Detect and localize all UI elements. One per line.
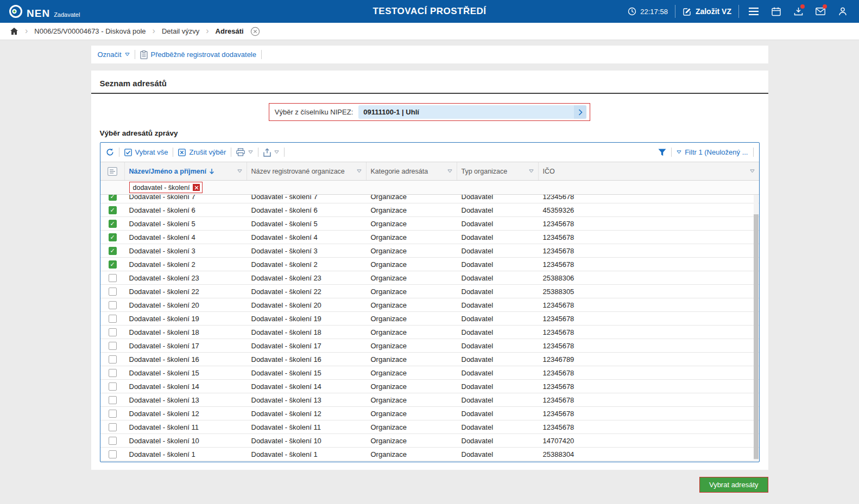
row-checkbox[interactable] xyxy=(109,301,117,309)
cell-org-type: Dodavatel xyxy=(457,396,539,404)
row-checkbox[interactable] xyxy=(109,342,117,350)
toolbar-separator xyxy=(671,148,672,157)
print-button[interactable] xyxy=(236,148,253,156)
cell-ico: 25388305 xyxy=(539,288,759,296)
table-row[interactable]: Dodavatel - školení 15 Dodavatel - škole… xyxy=(100,366,759,380)
row-checkbox[interactable] xyxy=(109,396,117,404)
table-row[interactable]: Dodavatel - školení 7 Dodavatel - školen… xyxy=(100,195,759,203)
table-row[interactable]: Dodavatel - školení 20 Dodavatel - škole… xyxy=(100,298,759,312)
column-filter-button[interactable] xyxy=(529,169,534,173)
column-filter-button[interactable] xyxy=(357,169,362,173)
table-row[interactable]: Dodavatel - školení 17 Dodavatel - škole… xyxy=(100,339,759,353)
column-filter-button[interactable] xyxy=(237,169,242,173)
table-row[interactable]: Dodavatel - školení 3 Dodavatel - školen… xyxy=(100,244,759,258)
breadcrumb-item-contract[interactable]: N006/25/V00004673 - Disková pole xyxy=(34,27,146,35)
nipez-open-button[interactable] xyxy=(574,105,586,119)
cell-ico: 12345678 xyxy=(539,423,759,431)
refresh-button[interactable] xyxy=(106,148,114,156)
column-header-name[interactable]: Název/Jméno a příjmení xyxy=(125,162,247,180)
table-row[interactable]: Dodavatel - školení 11 Dodavatel - škole… xyxy=(100,420,759,434)
vertical-scrollbar[interactable] xyxy=(754,195,759,461)
table-row[interactable]: Dodavatel - školení 4 Dodavatel - školen… xyxy=(100,231,759,244)
messages-button[interactable] xyxy=(813,4,828,19)
row-checkbox[interactable] xyxy=(109,355,117,363)
mark-menu-button[interactable]: Označit xyxy=(98,50,130,59)
filter-menu-button[interactable]: Filtr 1 (Neuložený ... xyxy=(677,148,748,156)
column-label: Název registrované organizace xyxy=(251,168,345,175)
row-checkbox[interactable] xyxy=(109,206,117,214)
row-checkbox[interactable] xyxy=(109,410,117,418)
home-button[interactable] xyxy=(10,27,18,35)
row-checkbox[interactable] xyxy=(109,247,117,255)
breadcrumb-item-adresati[interactable]: Adresáti xyxy=(216,27,244,35)
export-icon xyxy=(263,148,271,157)
calendar-button[interactable] xyxy=(768,4,784,19)
table-row[interactable]: Dodavatel - školení 16 Dodavatel - škole… xyxy=(100,353,759,366)
column-header-ico[interactable]: IČO xyxy=(539,162,759,180)
downloads-button[interactable] xyxy=(791,4,806,19)
table-row[interactable]: Dodavatel - školení 2 Dodavatel - školen… xyxy=(100,258,759,271)
table-row[interactable]: Dodavatel - školení 18 Dodavatel - škole… xyxy=(100,326,759,339)
table-row[interactable]: Dodavatel - školení 14 Dodavatel - škole… xyxy=(100,380,759,393)
row-checkbox[interactable] xyxy=(109,423,117,431)
remove-filter-button[interactable] xyxy=(193,184,200,191)
chevron-right-icon xyxy=(578,109,583,116)
cell-name: Dodavatel - školení 12 xyxy=(125,410,247,418)
person-icon xyxy=(838,7,847,16)
close-tab-button[interactable] xyxy=(250,27,260,36)
cell-name: Dodavatel - školení 15 xyxy=(125,369,247,377)
table-row[interactable]: Dodavatel - školení 1 Dodavatel - školen… xyxy=(100,448,759,461)
toolbar-separator xyxy=(231,148,231,157)
table-row[interactable]: Dodavatel - školení 13 Dodavatel - škole… xyxy=(100,393,759,407)
name-filter-input[interactable]: dodavatel - školení xyxy=(129,182,203,193)
column-filter-button[interactable] xyxy=(447,169,452,173)
table-row[interactable]: Dodavatel - školení 5 Dodavatel - školen… xyxy=(100,217,759,231)
mark-label: Označit xyxy=(98,50,122,59)
menu-button[interactable] xyxy=(746,4,761,19)
cell-ico: 12345678 xyxy=(539,315,759,323)
row-checkbox[interactable] xyxy=(109,382,117,391)
row-checkbox[interactable] xyxy=(109,369,117,377)
column-header-type[interactable]: Typ organizace xyxy=(457,162,539,180)
cell-category: Organizace xyxy=(367,396,457,404)
row-checkbox[interactable] xyxy=(109,315,117,323)
chevron-right-icon: › xyxy=(206,27,209,35)
column-header-org[interactable]: Název registrované organizace xyxy=(247,162,367,180)
scrollbar-thumb[interactable] xyxy=(754,214,759,459)
column-filter-button[interactable] xyxy=(750,169,755,173)
table-row[interactable]: Dodavatel - školení 22 Dodavatel - škole… xyxy=(100,285,759,298)
nen-logo[interactable]: NEN Zadavatel xyxy=(9,4,80,18)
preregister-suppliers-button[interactable]: Předběžně registrovat dodavatele xyxy=(140,50,256,59)
cell-name: Dodavatel - školení 14 xyxy=(125,382,247,391)
create-vz-button[interactable]: Založit VZ xyxy=(683,7,731,16)
table-row[interactable]: Dodavatel - školení 6 Dodavatel - školen… xyxy=(100,203,759,217)
profile-button[interactable] xyxy=(835,4,850,19)
row-checkbox[interactable] xyxy=(109,288,117,296)
row-checkbox[interactable] xyxy=(109,328,117,336)
table-row[interactable]: Dodavatel - školení 19 Dodavatel - škole… xyxy=(100,312,759,326)
row-checkbox[interactable] xyxy=(109,274,117,282)
select-addressees-button[interactable]: Vybrat adresáty xyxy=(699,477,768,493)
clear-selection-button[interactable]: Zrušit výběr xyxy=(178,148,226,156)
logo-text: NEN xyxy=(27,8,50,18)
table-row[interactable]: Dodavatel - školení 12 Dodavatel - škole… xyxy=(100,407,759,420)
row-checkbox[interactable] xyxy=(109,233,117,241)
row-checkbox[interactable] xyxy=(109,437,117,445)
column-header-category[interactable]: Kategorie adresáta xyxy=(367,162,457,180)
row-checkbox[interactable] xyxy=(109,260,117,269)
select-all-button[interactable]: Vybrat vše xyxy=(124,148,168,156)
table-row[interactable]: Dodavatel - školení 23 Dodavatel - škole… xyxy=(100,271,759,285)
row-checkbox[interactable] xyxy=(109,450,117,458)
row-checkbox[interactable] xyxy=(109,195,117,201)
export-button[interactable] xyxy=(263,148,279,157)
selection-column-header[interactable] xyxy=(100,162,125,180)
row-checkbox[interactable] xyxy=(109,220,117,228)
table-row[interactable]: Dodavatel - školení 10 Dodavatel - škole… xyxy=(100,434,759,448)
cell-registered-org: Dodavatel - školení 3 xyxy=(247,247,367,255)
nipez-input[interactable]: 09111100-1 | Uhlí xyxy=(358,105,586,119)
filter-button[interactable] xyxy=(658,149,666,156)
chevron-down-icon xyxy=(125,53,130,56)
toolbar-separator xyxy=(173,148,173,157)
cell-name: Dodavatel - školení 10 xyxy=(125,437,247,445)
breadcrumb-item-detail[interactable]: Detail výzvy xyxy=(162,27,199,35)
